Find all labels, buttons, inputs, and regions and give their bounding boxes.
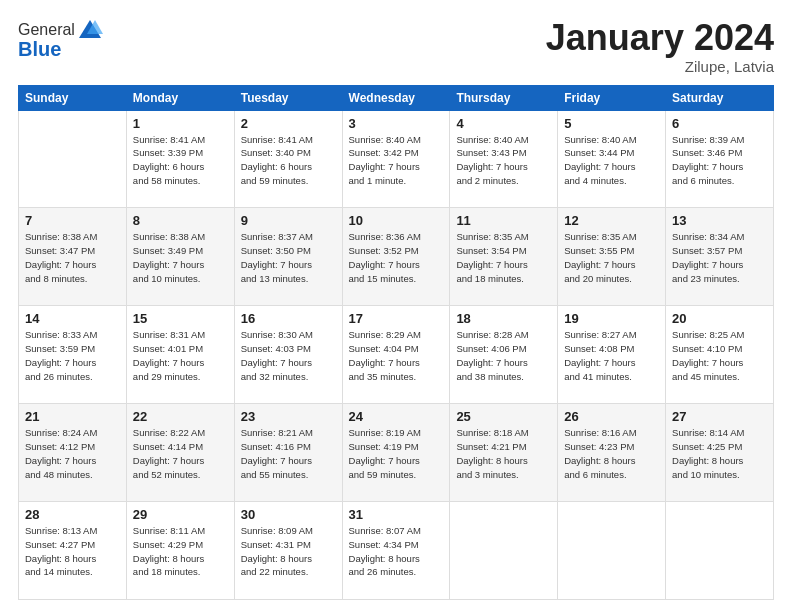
- table-row: 19Sunrise: 8:27 AM Sunset: 4:08 PM Dayli…: [558, 306, 666, 404]
- day-info: Sunrise: 8:39 AM Sunset: 3:46 PM Dayligh…: [672, 133, 767, 188]
- header-tuesday: Tuesday: [234, 85, 342, 110]
- day-number: 14: [25, 311, 120, 326]
- table-row: [558, 502, 666, 600]
- month-title: January 2024: [546, 18, 774, 58]
- table-row: 26Sunrise: 8:16 AM Sunset: 4:23 PM Dayli…: [558, 404, 666, 502]
- header: General Blue January 2024 Zilupe, Latvia: [18, 18, 774, 75]
- day-info: Sunrise: 8:35 AM Sunset: 3:54 PM Dayligh…: [456, 230, 551, 285]
- day-number: 23: [241, 409, 336, 424]
- day-number: 25: [456, 409, 551, 424]
- calendar-row-1: 7Sunrise: 8:38 AM Sunset: 3:47 PM Daylig…: [19, 208, 774, 306]
- table-row: 31Sunrise: 8:07 AM Sunset: 4:34 PM Dayli…: [342, 502, 450, 600]
- day-info: Sunrise: 8:33 AM Sunset: 3:59 PM Dayligh…: [25, 328, 120, 383]
- day-info: Sunrise: 8:38 AM Sunset: 3:47 PM Dayligh…: [25, 230, 120, 285]
- table-row: [19, 110, 127, 208]
- table-row: 20Sunrise: 8:25 AM Sunset: 4:10 PM Dayli…: [666, 306, 774, 404]
- day-info: Sunrise: 8:40 AM Sunset: 3:43 PM Dayligh…: [456, 133, 551, 188]
- table-row: 30Sunrise: 8:09 AM Sunset: 4:31 PM Dayli…: [234, 502, 342, 600]
- weekday-header-row: Sunday Monday Tuesday Wednesday Thursday…: [19, 85, 774, 110]
- title-block: January 2024 Zilupe, Latvia: [546, 18, 774, 75]
- day-number: 24: [349, 409, 444, 424]
- day-info: Sunrise: 8:34 AM Sunset: 3:57 PM Dayligh…: [672, 230, 767, 285]
- table-row: 10Sunrise: 8:36 AM Sunset: 3:52 PM Dayli…: [342, 208, 450, 306]
- day-number: 6: [672, 116, 767, 131]
- table-row: 25Sunrise: 8:18 AM Sunset: 4:21 PM Dayli…: [450, 404, 558, 502]
- day-info: Sunrise: 8:16 AM Sunset: 4:23 PM Dayligh…: [564, 426, 659, 481]
- location: Zilupe, Latvia: [546, 58, 774, 75]
- day-number: 11: [456, 213, 551, 228]
- table-row: 9Sunrise: 8:37 AM Sunset: 3:50 PM Daylig…: [234, 208, 342, 306]
- day-info: Sunrise: 8:19 AM Sunset: 4:19 PM Dayligh…: [349, 426, 444, 481]
- day-number: 31: [349, 507, 444, 522]
- day-number: 3: [349, 116, 444, 131]
- day-info: Sunrise: 8:41 AM Sunset: 3:39 PM Dayligh…: [133, 133, 228, 188]
- header-monday: Monday: [126, 85, 234, 110]
- day-number: 18: [456, 311, 551, 326]
- day-number: 12: [564, 213, 659, 228]
- day-number: 9: [241, 213, 336, 228]
- day-info: Sunrise: 8:07 AM Sunset: 4:34 PM Dayligh…: [349, 524, 444, 579]
- table-row: [666, 502, 774, 600]
- logo-blue-text: Blue: [18, 38, 61, 61]
- calendar-row-3: 21Sunrise: 8:24 AM Sunset: 4:12 PM Dayli…: [19, 404, 774, 502]
- day-number: 1: [133, 116, 228, 131]
- table-row: 6Sunrise: 8:39 AM Sunset: 3:46 PM Daylig…: [666, 110, 774, 208]
- day-info: Sunrise: 8:40 AM Sunset: 3:44 PM Dayligh…: [564, 133, 659, 188]
- day-info: Sunrise: 8:31 AM Sunset: 4:01 PM Dayligh…: [133, 328, 228, 383]
- logo-general-text: General: [18, 21, 75, 39]
- table-row: 3Sunrise: 8:40 AM Sunset: 3:42 PM Daylig…: [342, 110, 450, 208]
- table-row: 12Sunrise: 8:35 AM Sunset: 3:55 PM Dayli…: [558, 208, 666, 306]
- day-number: 2: [241, 116, 336, 131]
- day-number: 13: [672, 213, 767, 228]
- day-info: Sunrise: 8:27 AM Sunset: 4:08 PM Dayligh…: [564, 328, 659, 383]
- day-info: Sunrise: 8:24 AM Sunset: 4:12 PM Dayligh…: [25, 426, 120, 481]
- table-row: 22Sunrise: 8:22 AM Sunset: 4:14 PM Dayli…: [126, 404, 234, 502]
- calendar-row-0: 1Sunrise: 8:41 AM Sunset: 3:39 PM Daylig…: [19, 110, 774, 208]
- day-number: 4: [456, 116, 551, 131]
- table-row: 15Sunrise: 8:31 AM Sunset: 4:01 PM Dayli…: [126, 306, 234, 404]
- day-info: Sunrise: 8:13 AM Sunset: 4:27 PM Dayligh…: [25, 524, 120, 579]
- day-info: Sunrise: 8:25 AM Sunset: 4:10 PM Dayligh…: [672, 328, 767, 383]
- day-info: Sunrise: 8:41 AM Sunset: 3:40 PM Dayligh…: [241, 133, 336, 188]
- day-number: 8: [133, 213, 228, 228]
- header-saturday: Saturday: [666, 85, 774, 110]
- header-thursday: Thursday: [450, 85, 558, 110]
- day-number: 26: [564, 409, 659, 424]
- day-info: Sunrise: 8:37 AM Sunset: 3:50 PM Dayligh…: [241, 230, 336, 285]
- calendar-row-4: 28Sunrise: 8:13 AM Sunset: 4:27 PM Dayli…: [19, 502, 774, 600]
- day-info: Sunrise: 8:28 AM Sunset: 4:06 PM Dayligh…: [456, 328, 551, 383]
- day-info: Sunrise: 8:22 AM Sunset: 4:14 PM Dayligh…: [133, 426, 228, 481]
- table-row: 13Sunrise: 8:34 AM Sunset: 3:57 PM Dayli…: [666, 208, 774, 306]
- table-row: 27Sunrise: 8:14 AM Sunset: 4:25 PM Dayli…: [666, 404, 774, 502]
- day-number: 15: [133, 311, 228, 326]
- table-row: 21Sunrise: 8:24 AM Sunset: 4:12 PM Dayli…: [19, 404, 127, 502]
- day-number: 19: [564, 311, 659, 326]
- day-info: Sunrise: 8:35 AM Sunset: 3:55 PM Dayligh…: [564, 230, 659, 285]
- table-row: 16Sunrise: 8:30 AM Sunset: 4:03 PM Dayli…: [234, 306, 342, 404]
- day-number: 7: [25, 213, 120, 228]
- day-number: 10: [349, 213, 444, 228]
- day-number: 17: [349, 311, 444, 326]
- header-sunday: Sunday: [19, 85, 127, 110]
- page: General Blue January 2024 Zilupe, Latvia…: [0, 0, 792, 612]
- day-info: Sunrise: 8:36 AM Sunset: 3:52 PM Dayligh…: [349, 230, 444, 285]
- day-number: 21: [25, 409, 120, 424]
- day-info: Sunrise: 8:14 AM Sunset: 4:25 PM Dayligh…: [672, 426, 767, 481]
- table-row: 2Sunrise: 8:41 AM Sunset: 3:40 PM Daylig…: [234, 110, 342, 208]
- day-info: Sunrise: 8:29 AM Sunset: 4:04 PM Dayligh…: [349, 328, 444, 383]
- table-row: 28Sunrise: 8:13 AM Sunset: 4:27 PM Dayli…: [19, 502, 127, 600]
- table-row: 17Sunrise: 8:29 AM Sunset: 4:04 PM Dayli…: [342, 306, 450, 404]
- day-number: 22: [133, 409, 228, 424]
- day-number: 28: [25, 507, 120, 522]
- table-row: 29Sunrise: 8:11 AM Sunset: 4:29 PM Dayli…: [126, 502, 234, 600]
- calendar-table: Sunday Monday Tuesday Wednesday Thursday…: [18, 85, 774, 600]
- day-info: Sunrise: 8:09 AM Sunset: 4:31 PM Dayligh…: [241, 524, 336, 579]
- table-row: 23Sunrise: 8:21 AM Sunset: 4:16 PM Dayli…: [234, 404, 342, 502]
- table-row: 18Sunrise: 8:28 AM Sunset: 4:06 PM Dayli…: [450, 306, 558, 404]
- day-info: Sunrise: 8:40 AM Sunset: 3:42 PM Dayligh…: [349, 133, 444, 188]
- table-row: [450, 502, 558, 600]
- day-number: 20: [672, 311, 767, 326]
- day-info: Sunrise: 8:30 AM Sunset: 4:03 PM Dayligh…: [241, 328, 336, 383]
- calendar-row-2: 14Sunrise: 8:33 AM Sunset: 3:59 PM Dayli…: [19, 306, 774, 404]
- table-row: 11Sunrise: 8:35 AM Sunset: 3:54 PM Dayli…: [450, 208, 558, 306]
